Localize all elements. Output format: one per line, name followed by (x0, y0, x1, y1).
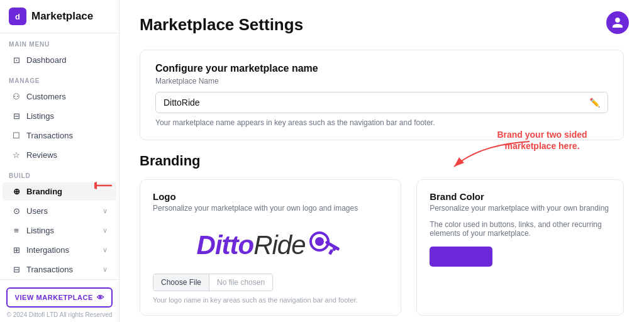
branding-wrapper: Brand your two sidedmarketplace here. Br… (140, 153, 624, 322)
sidebar-logo: d Marketplace (0, 0, 119, 33)
sidebar-item-label: Listings (26, 226, 54, 235)
integrations-icon: ⊞ (11, 245, 21, 255)
svg-point-2 (315, 237, 324, 246)
sidebar-footer: VIEW MARKETPLACE 👁 © 2024 Dittofi LTD Al… (0, 279, 119, 322)
brand-color-desc: Personalize your marketplace with your o… (430, 204, 611, 213)
chevron-down-icon: ∨ (103, 246, 108, 254)
no-file-text: No file chosen (209, 274, 272, 291)
sidebar-item-label: Intergations (26, 245, 69, 255)
marketplace-name-card: Configure your marketplace name Marketpl… (140, 50, 624, 140)
sidebar-item-label: Users (26, 206, 48, 216)
marketplace-name-value: DittoRide (164, 97, 200, 108)
sidebar-item-label: Listings (26, 111, 54, 121)
sidebar-item-label: Dashboard (26, 55, 67, 65)
sidebar-item-listings-build[interactable]: ≡ Listings ∨ (3, 221, 116, 240)
app-title: Marketplace (31, 10, 93, 23)
logo-ditto-text: Ditto (197, 230, 254, 260)
chevron-down-icon: ∨ (103, 207, 108, 215)
footer-copyright: © 2024 Dittofi LTD All rights Reserved (6, 311, 113, 318)
transactions-icon: ☐ (11, 131, 21, 140)
sidebar-item-label: Customers (26, 92, 66, 101)
chevron-down-icon: ∨ (103, 265, 108, 274)
branding-icon: ⊕ (11, 187, 21, 196)
sidebar-item-listings-manage[interactable]: ⊟ Listings (3, 107, 116, 125)
brand-color-card: Brand Color Personalize your marketplace… (416, 179, 624, 316)
logo-preview: Ditto Ride (153, 220, 388, 267)
reviews-icon: ☆ (11, 150, 21, 160)
eye-icon: 👁 (97, 294, 104, 301)
sidebar-item-label: Branding (26, 187, 62, 196)
logo-col-desc: Personalize your marketplace with your o… (153, 204, 388, 213)
sidebar-item-branding[interactable]: ⊕ Branding (3, 182, 116, 201)
edit-icon[interactable]: ✏️ (589, 97, 600, 108)
sidebar-item-label: Reviews (26, 150, 57, 160)
brand-color-title: Brand Color (430, 191, 611, 202)
page-title: Marketplace Settings (140, 15, 624, 35)
app-logo-icon: d (9, 8, 26, 25)
logo-key-icon (307, 228, 345, 262)
view-marketplace-label: VIEW MARKETPLACE (15, 294, 93, 301)
main-menu-label: MAIN MENU (0, 33, 119, 50)
logo-col-title: Logo (153, 191, 388, 202)
customers-icon: ⚇ (11, 92, 21, 101)
listings-icon: ⊟ (11, 111, 21, 121)
listings-build-icon: ≡ (11, 226, 21, 235)
sidebar-item-transactions-manage[interactable]: ☐ Transactions (3, 126, 116, 145)
profile-avatar[interactable] (606, 11, 629, 34)
name-section-header: Configure your marketplace name (155, 63, 608, 74)
sidebar-item-customers[interactable]: ⚇ Customers (3, 87, 116, 106)
branding-columns: Logo Personalize your marketplace with y… (140, 179, 624, 316)
choose-file-button[interactable]: Choose File (153, 274, 209, 291)
sidebar-item-label: Transactions (26, 131, 73, 140)
marketplace-name-field: DittoRide ✏️ (155, 92, 608, 113)
manage-label: MANAGE (0, 70, 119, 87)
sidebar-item-users[interactable]: ⊙ Users ∨ (3, 202, 116, 220)
name-hint: Your marketplace name appears in key are… (155, 118, 608, 127)
view-marketplace-button[interactable]: VIEW MARKETPLACE 👁 (6, 287, 113, 308)
logo-card: Logo Personalize your marketplace with y… (140, 179, 401, 316)
name-sublabel: Marketplace Name (155, 77, 608, 86)
sidebar-item-transactions-build[interactable]: ⊟ Transactions ∨ (3, 260, 116, 279)
build-label: BUILD (0, 165, 119, 182)
sidebar-item-dashboard[interactable]: ⊡ Dashboard (3, 51, 116, 69)
logo-hint: Your logo name in key areas such as the … (153, 296, 388, 304)
file-input-row[interactable]: Choose File No file chosen (153, 274, 273, 291)
logo-ride-text: Ride (253, 230, 305, 260)
brand-color-desc-extra: The color used in buttons, links, and ot… (430, 220, 611, 238)
sidebar-item-label: Transactions (26, 265, 73, 274)
branding-title: Branding (140, 153, 624, 169)
users-icon: ⊙ (11, 206, 21, 216)
transactions-build-icon: ⊟ (11, 265, 21, 274)
color-swatch[interactable] (430, 247, 492, 267)
main-content: Marketplace Settings Configure your mark… (119, 0, 644, 322)
sidebar-item-integrations[interactable]: ⊞ Intergations ∨ (3, 241, 116, 259)
sidebar: d Marketplace MAIN MENU ⊡ Dashboard MANA… (0, 0, 119, 322)
sidebar-item-reviews[interactable]: ☆ Reviews (3, 146, 116, 164)
dashboard-icon: ⊡ (11, 55, 21, 65)
chevron-down-icon: ∨ (103, 226, 108, 235)
